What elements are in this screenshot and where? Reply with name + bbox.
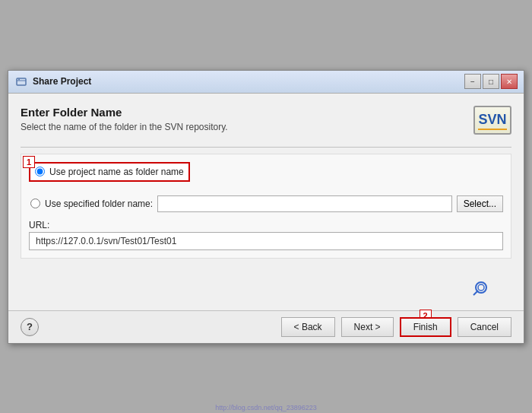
use-project-name-option[interactable]: Use project name as folder name bbox=[29, 162, 190, 182]
svg-point-3 bbox=[478, 284, 484, 291]
url-value: https://127.0.0.1/svn/Test01/Test01 bbox=[29, 232, 503, 250]
window-title: Share Project bbox=[33, 76, 464, 87]
svn-logo: SVN bbox=[473, 106, 511, 135]
header-divider bbox=[21, 147, 511, 148]
finish-button[interactable]: Finish bbox=[400, 317, 451, 337]
use-project-name-wrapper: 1 Use project name as folder name bbox=[29, 162, 190, 188]
cursor-area bbox=[21, 259, 511, 304]
page-title: Enter Folder Name bbox=[21, 106, 228, 119]
header-section: Enter Folder Name Select the name of the… bbox=[21, 106, 511, 135]
dialog-content: Enter Folder Name Select the name of the… bbox=[8, 94, 524, 310]
svn-badge-text: SVN bbox=[478, 112, 506, 128]
titlebar: Share Project − □ ✕ bbox=[8, 71, 524, 94]
back-button[interactable]: < Back bbox=[281, 317, 335, 337]
close-button[interactable]: ✕ bbox=[501, 74, 518, 89]
url-section: URL: https://127.0.0.1/svn/Test01/Test01 bbox=[29, 220, 503, 250]
url-label: URL: bbox=[29, 220, 503, 230]
cancel-button[interactable]: Cancel bbox=[458, 317, 511, 337]
window-controls: − □ ✕ bbox=[464, 74, 518, 89]
select-button[interactable]: Select... bbox=[457, 195, 503, 212]
svg-point-1 bbox=[18, 79, 20, 81]
cursor-icon bbox=[470, 280, 489, 298]
watermark: http://blog.csdn.net/qq_23896223 bbox=[215, 404, 317, 411]
help-button[interactable]: ? bbox=[21, 318, 39, 336]
finish-wrapper: 2 Finish bbox=[400, 317, 451, 337]
maximize-button[interactable]: □ bbox=[483, 74, 499, 89]
options-area: 1 Use project name as folder name Use sp… bbox=[21, 154, 511, 259]
svn-badge-line bbox=[478, 129, 507, 130]
annotation-1-badge: 1 bbox=[23, 156, 35, 168]
window-icon bbox=[14, 75, 28, 88]
minimize-button[interactable]: − bbox=[464, 74, 481, 89]
dialog-window: Share Project − □ ✕ Enter Folder Name Se… bbox=[8, 70, 524, 344]
next-button[interactable]: Next > bbox=[341, 317, 394, 337]
header-text-block: Enter Folder Name Select the name of the… bbox=[21, 106, 228, 132]
page-description: Select the name of the folder in the SVN… bbox=[21, 122, 228, 132]
footer: ? < Back Next > 2 Finish Cancel bbox=[8, 310, 524, 343]
use-specified-radio[interactable] bbox=[30, 199, 40, 208]
svg-rect-0 bbox=[17, 78, 26, 85]
use-project-name-radio[interactable] bbox=[35, 167, 45, 176]
use-project-name-label: Use project name as folder name bbox=[49, 167, 184, 177]
use-specified-label: Use specified folder name: bbox=[45, 199, 153, 209]
specified-folder-input[interactable] bbox=[157, 195, 452, 212]
use-specified-row: Use specified folder name: Select... bbox=[30, 195, 503, 212]
